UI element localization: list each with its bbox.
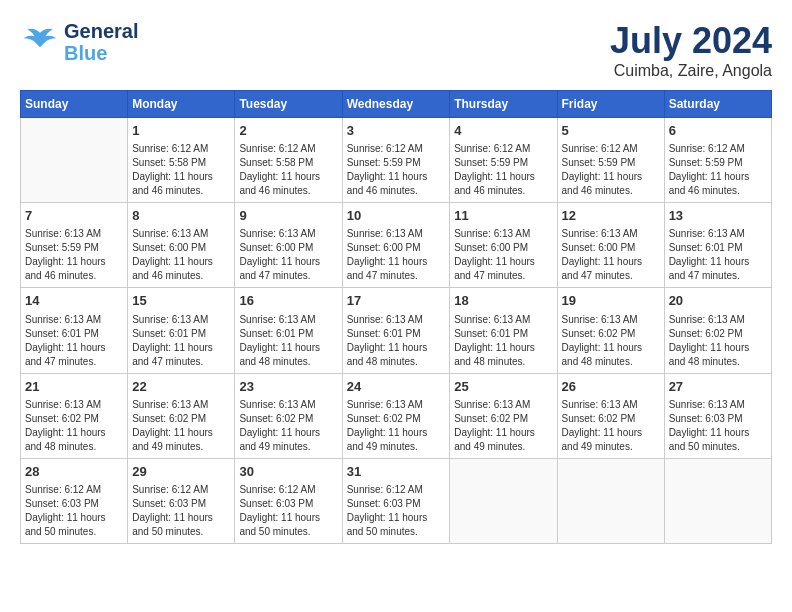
- calendar-day-cell: 12Sunrise: 6:13 AMSunset: 6:00 PMDayligh…: [557, 203, 664, 288]
- day-info: Sunrise: 6:13 AMSunset: 6:00 PMDaylight:…: [239, 227, 337, 283]
- calendar-day-cell: 14Sunrise: 6:13 AMSunset: 6:01 PMDayligh…: [21, 288, 128, 373]
- day-info: Sunrise: 6:12 AMSunset: 6:03 PMDaylight:…: [347, 483, 446, 539]
- day-number: 23: [239, 378, 337, 396]
- day-info: Sunrise: 6:13 AMSunset: 6:02 PMDaylight:…: [132, 398, 230, 454]
- day-number: 28: [25, 463, 123, 481]
- day-number: 6: [669, 122, 767, 140]
- day-number: 5: [562, 122, 660, 140]
- calendar-week-row: 28Sunrise: 6:12 AMSunset: 6:03 PMDayligh…: [21, 458, 772, 543]
- day-number: 4: [454, 122, 552, 140]
- day-info: Sunrise: 6:12 AMSunset: 6:03 PMDaylight:…: [25, 483, 123, 539]
- logo-icon: [20, 20, 60, 64]
- calendar-day-cell: 23Sunrise: 6:13 AMSunset: 6:02 PMDayligh…: [235, 373, 342, 458]
- day-number: 21: [25, 378, 123, 396]
- logo-text: General Blue: [64, 20, 138, 64]
- calendar-day-cell: 30Sunrise: 6:12 AMSunset: 6:03 PMDayligh…: [235, 458, 342, 543]
- day-info: Sunrise: 6:12 AMSunset: 5:59 PMDaylight:…: [454, 142, 552, 198]
- calendar-day-cell: 5Sunrise: 6:12 AMSunset: 5:59 PMDaylight…: [557, 118, 664, 203]
- day-number: 17: [347, 292, 446, 310]
- calendar-day-cell: [21, 118, 128, 203]
- day-number: 27: [669, 378, 767, 396]
- day-info: Sunrise: 6:13 AMSunset: 6:01 PMDaylight:…: [25, 313, 123, 369]
- day-number: 11: [454, 207, 552, 225]
- calendar-day-header: Saturday: [664, 91, 771, 118]
- logo-general: General: [64, 20, 138, 42]
- day-info: Sunrise: 6:13 AMSunset: 6:02 PMDaylight:…: [669, 313, 767, 369]
- page-header: General Blue July 2024 Cuimba, Zaire, An…: [20, 20, 772, 80]
- calendar-day-header: Wednesday: [342, 91, 450, 118]
- day-number: 8: [132, 207, 230, 225]
- day-number: 13: [669, 207, 767, 225]
- calendar-day-cell: [557, 458, 664, 543]
- calendar-day-cell: 17Sunrise: 6:13 AMSunset: 6:01 PMDayligh…: [342, 288, 450, 373]
- calendar-day-cell: 11Sunrise: 6:13 AMSunset: 6:00 PMDayligh…: [450, 203, 557, 288]
- day-info: Sunrise: 6:13 AMSunset: 6:02 PMDaylight:…: [239, 398, 337, 454]
- day-number: 16: [239, 292, 337, 310]
- day-info: Sunrise: 6:12 AMSunset: 5:58 PMDaylight:…: [239, 142, 337, 198]
- calendar-day-cell: 10Sunrise: 6:13 AMSunset: 6:00 PMDayligh…: [342, 203, 450, 288]
- calendar-day-cell: [450, 458, 557, 543]
- day-info: Sunrise: 6:13 AMSunset: 5:59 PMDaylight:…: [25, 227, 123, 283]
- title-block: July 2024 Cuimba, Zaire, Angola: [610, 20, 772, 80]
- calendar-day-cell: 31Sunrise: 6:12 AMSunset: 6:03 PMDayligh…: [342, 458, 450, 543]
- calendar-day-cell: [664, 458, 771, 543]
- calendar-day-cell: 15Sunrise: 6:13 AMSunset: 6:01 PMDayligh…: [128, 288, 235, 373]
- location-title: Cuimba, Zaire, Angola: [610, 62, 772, 80]
- day-info: Sunrise: 6:12 AMSunset: 5:59 PMDaylight:…: [562, 142, 660, 198]
- day-number: 3: [347, 122, 446, 140]
- calendar-day-header: Thursday: [450, 91, 557, 118]
- logo-blue: Blue: [64, 42, 107, 64]
- day-number: 22: [132, 378, 230, 396]
- calendar-day-cell: 2Sunrise: 6:12 AMSunset: 5:58 PMDaylight…: [235, 118, 342, 203]
- day-number: 18: [454, 292, 552, 310]
- day-info: Sunrise: 6:13 AMSunset: 6:01 PMDaylight:…: [239, 313, 337, 369]
- calendar-day-cell: 3Sunrise: 6:12 AMSunset: 5:59 PMDaylight…: [342, 118, 450, 203]
- day-number: 26: [562, 378, 660, 396]
- calendar-week-row: 14Sunrise: 6:13 AMSunset: 6:01 PMDayligh…: [21, 288, 772, 373]
- day-info: Sunrise: 6:13 AMSunset: 6:00 PMDaylight:…: [454, 227, 552, 283]
- day-number: 15: [132, 292, 230, 310]
- day-info: Sunrise: 6:13 AMSunset: 6:01 PMDaylight:…: [132, 313, 230, 369]
- day-info: Sunrise: 6:13 AMSunset: 6:01 PMDaylight:…: [347, 313, 446, 369]
- calendar-day-cell: 25Sunrise: 6:13 AMSunset: 6:02 PMDayligh…: [450, 373, 557, 458]
- calendar-header-row: SundayMondayTuesdayWednesdayThursdayFrid…: [21, 91, 772, 118]
- day-info: Sunrise: 6:12 AMSunset: 5:58 PMDaylight:…: [132, 142, 230, 198]
- day-info: Sunrise: 6:13 AMSunset: 6:00 PMDaylight:…: [132, 227, 230, 283]
- calendar-week-row: 21Sunrise: 6:13 AMSunset: 6:02 PMDayligh…: [21, 373, 772, 458]
- day-info: Sunrise: 6:13 AMSunset: 6:02 PMDaylight:…: [347, 398, 446, 454]
- day-info: Sunrise: 6:13 AMSunset: 6:01 PMDaylight:…: [454, 313, 552, 369]
- calendar-day-cell: 16Sunrise: 6:13 AMSunset: 6:01 PMDayligh…: [235, 288, 342, 373]
- day-number: 12: [562, 207, 660, 225]
- calendar-day-cell: 20Sunrise: 6:13 AMSunset: 6:02 PMDayligh…: [664, 288, 771, 373]
- calendar-day-header: Sunday: [21, 91, 128, 118]
- calendar-day-cell: 27Sunrise: 6:13 AMSunset: 6:03 PMDayligh…: [664, 373, 771, 458]
- day-info: Sunrise: 6:13 AMSunset: 6:03 PMDaylight:…: [669, 398, 767, 454]
- day-number: 7: [25, 207, 123, 225]
- calendar-day-cell: 1Sunrise: 6:12 AMSunset: 5:58 PMDaylight…: [128, 118, 235, 203]
- calendar-day-cell: 29Sunrise: 6:12 AMSunset: 6:03 PMDayligh…: [128, 458, 235, 543]
- day-info: Sunrise: 6:13 AMSunset: 6:01 PMDaylight:…: [669, 227, 767, 283]
- day-number: 2: [239, 122, 337, 140]
- day-number: 1: [132, 122, 230, 140]
- calendar-week-row: 1Sunrise: 6:12 AMSunset: 5:58 PMDaylight…: [21, 118, 772, 203]
- day-info: Sunrise: 6:12 AMSunset: 5:59 PMDaylight:…: [669, 142, 767, 198]
- day-number: 29: [132, 463, 230, 481]
- day-number: 14: [25, 292, 123, 310]
- calendar-day-cell: 7Sunrise: 6:13 AMSunset: 5:59 PMDaylight…: [21, 203, 128, 288]
- day-info: Sunrise: 6:12 AMSunset: 6:03 PMDaylight:…: [132, 483, 230, 539]
- day-info: Sunrise: 6:13 AMSunset: 6:02 PMDaylight:…: [562, 398, 660, 454]
- day-number: 9: [239, 207, 337, 225]
- calendar-day-cell: 4Sunrise: 6:12 AMSunset: 5:59 PMDaylight…: [450, 118, 557, 203]
- day-number: 24: [347, 378, 446, 396]
- calendar-day-cell: 18Sunrise: 6:13 AMSunset: 6:01 PMDayligh…: [450, 288, 557, 373]
- day-number: 30: [239, 463, 337, 481]
- day-info: Sunrise: 6:12 AMSunset: 6:03 PMDaylight:…: [239, 483, 337, 539]
- calendar-day-cell: 19Sunrise: 6:13 AMSunset: 6:02 PMDayligh…: [557, 288, 664, 373]
- calendar-day-cell: 28Sunrise: 6:12 AMSunset: 6:03 PMDayligh…: [21, 458, 128, 543]
- calendar-day-cell: 8Sunrise: 6:13 AMSunset: 6:00 PMDaylight…: [128, 203, 235, 288]
- day-info: Sunrise: 6:12 AMSunset: 5:59 PMDaylight:…: [347, 142, 446, 198]
- day-info: Sunrise: 6:13 AMSunset: 6:02 PMDaylight:…: [562, 313, 660, 369]
- calendar-day-cell: 13Sunrise: 6:13 AMSunset: 6:01 PMDayligh…: [664, 203, 771, 288]
- day-info: Sunrise: 6:13 AMSunset: 6:02 PMDaylight:…: [454, 398, 552, 454]
- logo: General Blue: [20, 20, 138, 64]
